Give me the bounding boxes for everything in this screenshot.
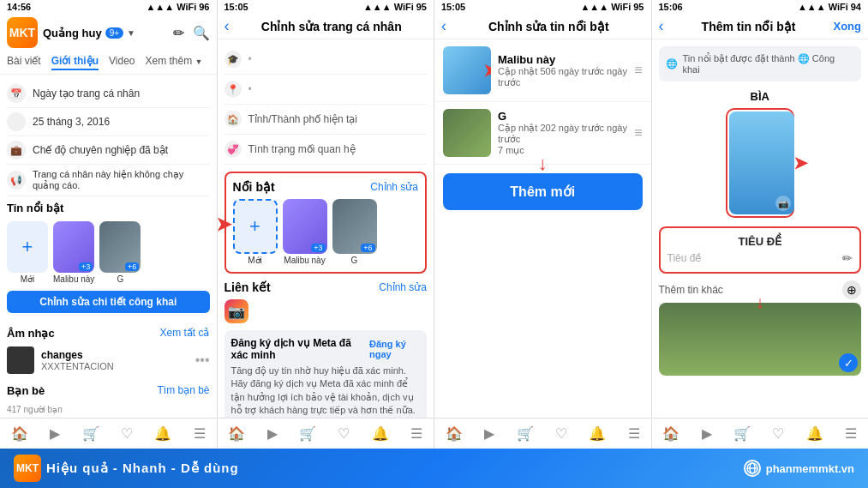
p2-row-text-2: • [248, 83, 252, 95]
info-row-date: 25 tháng 3, 2016 [7, 108, 210, 136]
p4-body: 🌐 Tin nổi bật được đặt thành 🌐 Công khai… [652, 39, 869, 418]
search-icon[interactable]: 🔍 [193, 25, 210, 41]
bell-icon-b2[interactable]: 🔔 [372, 425, 389, 442]
lien-ket-section: Liên kết Chỉnh sửa 📷 [224, 280, 428, 323]
p4-header: ‹ Thêm tin nổi bật Xong [652, 14, 869, 39]
p3-name-1: Malibu này [498, 53, 627, 66]
music-row: changes XXXTENTACION ••• [7, 346, 210, 374]
bua-title: BÌA [659, 90, 862, 103]
p1-nav: Bài viết Giới thiệu Video Xem thêm ▼ [0, 51, 217, 75]
story-add-label: Mới [21, 274, 35, 284]
tin-khac-area: Thêm tin khác ⊕ ↓ ✓ [659, 280, 862, 376]
noi-bat-story-g[interactable]: +6 G [332, 199, 377, 265]
bell-icon-b3[interactable]: 🔔 [589, 425, 606, 442]
meta-title: Đăng ký dịch vụ Meta đã xác minh [231, 337, 369, 361]
store-icon-b4[interactable]: 🛒 [733, 425, 751, 442]
instagram-icon: 📷 [224, 299, 248, 323]
menu-icon[interactable]: ☰ [194, 425, 206, 442]
nav-gioithieu[interactable]: Giới thiệu [51, 53, 99, 70]
stories-row: + Mới +3 Malibu này +6 G [7, 218, 210, 287]
p2-title: Chỉnh sửa trang cá nhân [236, 20, 428, 33]
noi-bat-edit[interactable]: Chỉnh sửa [370, 181, 418, 193]
home-icon-b3[interactable]: 🏠 [446, 425, 463, 442]
wifi-icon-3: WiFi [611, 2, 631, 12]
bottom-nav-1: 🏠 ▶ 🛒 ♡ 🔔 ☰ [0, 418, 217, 449]
signal-icon-4: ▲▲▲ [798, 2, 826, 12]
battery-1: 96 [199, 2, 209, 12]
music-title: Âm nhạc [7, 327, 55, 340]
edit-icon[interactable]: ✏ [173, 25, 184, 41]
p3-body: ➤ Malibu này Cập nhật 506 ngày trước ngà… [434, 39, 651, 418]
heart-icon-b3[interactable]: ♡ [555, 425, 567, 442]
music-menu-icon[interactable]: ••• [195, 352, 210, 368]
nav-video[interactable]: Video [109, 53, 135, 70]
noi-bat-malibu-label: Malibu này [284, 256, 325, 265]
menu-icon-b4[interactable]: ☰ [845, 425, 857, 442]
play-icon-b2[interactable]: ▶ [267, 425, 278, 442]
bottom-logo: MKT Hiệu quả - Nhanh - Dễ dùng [14, 455, 239, 482]
story-g[interactable]: +6 G [99, 221, 141, 284]
story-malibu[interactable]: +3 Malibu này [53, 221, 94, 284]
noi-bat-g-badge: +6 [361, 244, 374, 252]
p3-item-malibu[interactable]: ➤ Malibu này Cập nhật 506 ngày trước ngà… [434, 39, 651, 102]
wifi-icon-1: WiFi [177, 2, 196, 12]
nav-baiviet[interactable]: Bài viết [7, 53, 41, 70]
nav-xemthem[interactable]: Xem thêm ▼ [146, 53, 203, 70]
home-icon-b4[interactable]: 🏠 [662, 425, 679, 442]
bell-icon-b4[interactable]: 🔔 [806, 425, 823, 442]
add-tin-khac-btn[interactable]: ⊕ [842, 280, 861, 299]
time-1: 14:56 [7, 2, 31, 12]
meta-register-btn[interactable]: Đăng ký ngay [369, 339, 420, 359]
meta-header: Đăng ký dịch vụ Meta đã xác minh Đăng ký… [231, 337, 421, 361]
p2-body: 🎓 • 📍 • 🏠 Tỉnh/Thành phố hiện tại 💞 Tình… [218, 39, 434, 418]
play-icon-b4[interactable]: ▶ [702, 425, 712, 442]
back-btn-2[interactable]: ‹ [224, 17, 230, 35]
calendar-icon: 📅 [7, 84, 26, 103]
store-icon[interactable]: 🛒 [82, 425, 99, 442]
check-badge-icon: ✓ [839, 353, 858, 372]
bottom-nav-2: 🏠 ▶ 🛒 ♡ 🔔 ☰ [218, 418, 434, 449]
menu-icon-b3[interactable]: ☰ [628, 425, 640, 442]
lien-ket-edit[interactable]: Chỉnh sửa [379, 281, 427, 293]
p2-row-1: 🎓 • [224, 45, 428, 75]
find-friends-link[interactable]: Tìm bạn bè [157, 384, 209, 396]
done-btn[interactable]: Xong [834, 20, 862, 33]
home-icon[interactable]: 🏠 [11, 425, 28, 442]
tin-khac-image: ↓ ✓ [659, 303, 862, 376]
edit-public-btn[interactable]: Chỉnh sửa chi tiết công khai [7, 291, 210, 313]
battery-4: 94 [851, 2, 861, 12]
view-all-music[interactable]: Xem tất cả [159, 327, 209, 339]
menu-icon-b2[interactable]: ☰ [410, 425, 422, 442]
back-btn-3[interactable]: ‹ [441, 17, 446, 35]
heart-icon-b2[interactable]: ♡ [338, 425, 350, 442]
p3-menu-2[interactable]: ≡ [634, 125, 642, 141]
heart-icon-b4[interactable]: ♡ [772, 425, 784, 442]
store-icon-b2[interactable]: 🛒 [299, 425, 316, 442]
play-icon-b3[interactable]: ▶ [484, 425, 494, 442]
p3-menu-1[interactable]: ≡ [634, 63, 642, 78]
status-bar-3: 15:05 ▲▲▲ WiFi 95 [434, 0, 651, 14]
tieu-de-section: TIÊU ĐỀ Tiêu đề ✏ [659, 226, 862, 274]
signal-icon-2: ▲▲▲ [363, 2, 392, 12]
bell-icon[interactable]: 🔔 [154, 425, 171, 442]
tieu-de-edit-icon[interactable]: ✏ [842, 251, 853, 265]
briefcase-icon: 💼 [7, 141, 26, 160]
play-icon[interactable]: ▶ [50, 425, 60, 442]
dropdown-icon[interactable]: ▼ [127, 28, 135, 38]
heart-icon[interactable]: ♡ [121, 425, 133, 442]
them-moi-btn[interactable]: Thêm mới [443, 173, 643, 210]
home-icon-b2[interactable]: 🏠 [228, 425, 245, 442]
meta-desc: Tăng độ uy tín nhờ huy hiệu đã xác minh.… [231, 364, 421, 418]
story-add[interactable]: + Mới [7, 221, 48, 284]
store-icon-b3[interactable]: 🛒 [517, 425, 534, 442]
panel-4: 15:06 ▲▲▲ WiFi 94 ‹ Thêm tin nổi bật Xon… [652, 0, 869, 449]
notification-badge: 9+ [105, 27, 123, 39]
tieu-de-input[interactable]: Tiêu đề [667, 252, 843, 264]
phone-mockup: 📷 ➤ [726, 108, 794, 218]
noi-bat-story-malibu[interactable]: +3 Malibu này [283, 199, 327, 265]
wifi-icon-2: WiFi [394, 2, 414, 12]
story-malibu-label: Malibu này [53, 274, 94, 284]
p3-sub-1: Cập nhật 506 ngày trước ngày trước [498, 66, 627, 88]
status-bar-2: 15:05 ▲▲▲ WiFi 95 [218, 0, 434, 14]
noi-bat-story-add[interactable]: + Mới [233, 199, 278, 265]
